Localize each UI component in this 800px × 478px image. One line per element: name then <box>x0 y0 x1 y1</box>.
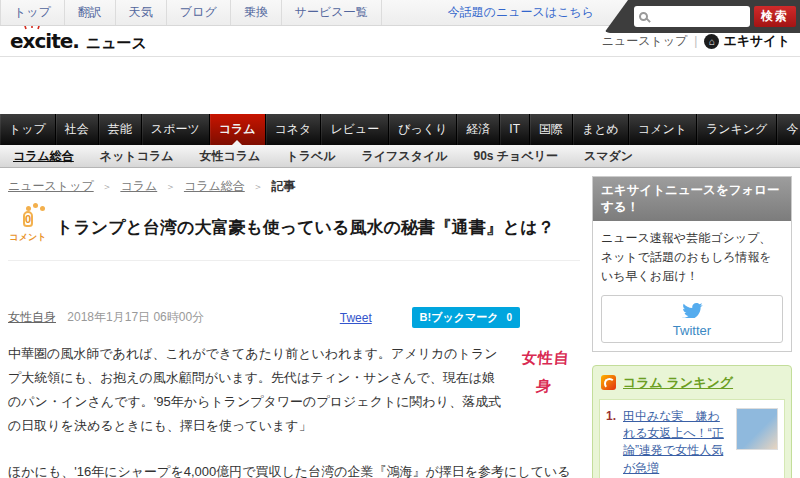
ranking-title-link[interactable]: コラム ランキング <box>623 374 733 392</box>
subnav-tab-smadan[interactable]: スマダン <box>571 145 646 167</box>
excite-news-logo[interactable]: excite. ニュース <box>10 29 147 53</box>
ranking-header: コラム ランキング <box>599 372 785 399</box>
hatena-label: B!ブックマーク <box>420 311 499 323</box>
topbar-spacer <box>382 0 448 25</box>
follow-box-body: ニュース速報や芸能ゴシップ、ネットで話題のおもしろ情報をいち早くお届け！ <box>593 221 791 287</box>
breadcrumb-separator: ＞ <box>253 181 263 192</box>
content-area: ニューストップ ＞ コラム ＞ コラム総合 ＞ 記事 0 コメント トランプと台… <box>0 168 800 478</box>
sidebar: エキサイトニュースをフォローする！ ニュース速報や芸能ゴシップ、ネットで話題のお… <box>592 176 792 478</box>
article-paragraph-1: 女性自身中華圏の風水師であれば、これができてあたり前といわれます。アメリカのトラ… <box>8 342 580 438</box>
nav-tab-comment[interactable]: コメント <box>629 114 697 145</box>
top-utility-bar: トップ 翻訳 天気 ブログ 乗換 サービス一覧 今話題のニュースはこちら 検索 <box>0 0 800 26</box>
follow-box: エキサイトニュースをフォローする！ ニュース速報や芸能ゴシップ、ネットで話題のお… <box>592 176 792 352</box>
article-byline: 女性自身 2018年1月17日 06時00分 Tweet B!ブックマーク0 <box>8 307 580 328</box>
article-title: トランプと台湾の大富豪も使っている風水の秘書『通書』とは？ <box>56 209 555 241</box>
main-column: ニューストップ ＞ コラム ＞ コラム総合 ＞ 記事 0 コメント トランプと台… <box>8 176 580 478</box>
nav-tab-koneta[interactable]: コネタ <box>266 114 322 145</box>
twitter-follow-button[interactable]: Twitter <box>601 295 783 343</box>
nav-tab-sports[interactable]: スポーツ <box>142 114 210 145</box>
nav-tab-it[interactable]: IT <box>500 114 530 145</box>
header-divider: | <box>694 34 697 48</box>
topbar-tab-weather[interactable]: 天気 <box>116 0 167 25</box>
ranking-list: 1. 田中みな実 嫌われる女返上へ！“正論”連発で女性人気が急増 2. 大橋未歩… <box>599 399 785 478</box>
article-body: 女性自身中華圏の風水師であれば、これができてあたり前といわれます。アメリカのトラ… <box>8 342 580 478</box>
breadcrumb-separator: ＞ <box>166 181 176 192</box>
follow-box-title: エキサイトニュースをフォローする！ <box>593 177 791 221</box>
nav-tab-column[interactable]: コラム <box>210 114 266 145</box>
topbar-tab-services[interactable]: サービス一覧 <box>282 0 382 25</box>
search-box: 検索 <box>604 0 800 33</box>
article-paragraph-2: ほかにも、'16年にシャープを4,000億円で買収した台湾の企業『鴻海』が擇日を… <box>8 460 580 478</box>
ranking-item-title: 田中みな実 嫌われる女返上へ！“正論”連発で女性人気が急増 <box>623 408 730 478</box>
breadcrumb-column-general[interactable]: コラム総合 <box>184 179 245 193</box>
search-button[interactable]: 検索 <box>754 6 796 27</box>
comment-badge[interactable]: 0 コメント <box>8 209 48 244</box>
nav-tab-entertainment[interactable]: 芸能 <box>99 114 142 145</box>
hatena-count: 0 <box>506 312 512 323</box>
news-top-link[interactable]: ニューストップ <box>602 33 688 50</box>
search-icon <box>639 12 648 21</box>
topbar-tab-blog[interactable]: ブログ <box>167 0 231 25</box>
breadcrumb-separator: ＞ <box>102 181 112 192</box>
hatena-bookmark-button[interactable]: B!ブックマーク0 <box>412 307 520 328</box>
nav-tab-review[interactable]: レビュー <box>321 114 389 145</box>
subnav-tab-lifestyle[interactable]: ライフスタイル <box>349 145 461 167</box>
breadcrumb-news-top[interactable]: ニューストップ <box>8 179 94 193</box>
topbar-tab-transfer[interactable]: 乗換 <box>231 0 282 25</box>
paragraph-text: 中華圏の風水師であれば、これができてあたり前といわれます。アメリカのトランプ大統… <box>8 346 501 433</box>
breadcrumb: ニューストップ ＞ コラム ＞ コラム総合 ＞ 記事 <box>8 178 580 195</box>
ad-space <box>0 57 800 114</box>
twitter-button-label: Twitter <box>602 323 782 338</box>
column-ranking-box: コラム ランキング 1. 田中みな実 嫌われる女返上へ！“正論”連発で女性人気が… <box>592 365 792 478</box>
subnav-tab-womens-column[interactable]: 女性コラム <box>187 145 274 167</box>
topbar-tab-top[interactable]: トップ <box>0 0 65 25</box>
article-title-row: 0 コメント トランプと台湾の大富豪も使っている風水の秘書『通書』とは？ <box>8 209 580 261</box>
subnav-tab-90s[interactable]: 90s チョベリー <box>460 145 570 167</box>
breadcrumb-column[interactable]: コラム <box>120 179 157 193</box>
nav-tab-world[interactable]: 国際 <box>530 114 573 145</box>
breadcrumb-current: 記事 <box>271 179 295 193</box>
logo-text: excite. <box>10 29 79 53</box>
nav-tab-top[interactable]: トップ <box>0 114 56 145</box>
nav-tab-society[interactable]: 社会 <box>56 114 99 145</box>
search-input[interactable] <box>652 8 745 26</box>
portal-link-label: エキサイト <box>723 32 790 50</box>
subnav-tab-net-column[interactable]: ネットコラム <box>87 145 187 167</box>
twitter-bird-icon <box>682 301 703 318</box>
nav-tab-matome[interactable]: まとめ <box>573 114 629 145</box>
comment-paw-icon: 0 <box>23 211 33 227</box>
nav-tab-ranking[interactable]: ランキング <box>697 114 777 145</box>
logo-news-text: ニュース <box>86 34 147 53</box>
source-link[interactable]: 女性自身 <box>8 310 56 324</box>
main-nav: トップ 社会 芸能 スポーツ コラム コネタ レビュー びっくり 経済 IT 国… <box>0 114 800 145</box>
ranking-icon <box>601 375 616 390</box>
excite-portal-link[interactable]: ⌂ エキサイト <box>704 32 790 50</box>
topbar-tab-translate[interactable]: 翻訳 <box>65 0 116 25</box>
trending-news-link[interactable]: 今話題のニュースはこちら <box>448 0 594 25</box>
home-icon: ⌂ <box>704 34 719 49</box>
ranking-item-1[interactable]: 1. 田中みな実 嫌われる女返上へ！“正論”連発で女性人気が急増 <box>600 400 784 478</box>
subnav-tab-travel[interactable]: トラベル <box>273 145 348 167</box>
comment-label: コメント <box>8 231 48 244</box>
subnav-tab-column-general[interactable]: コラム総合 <box>0 145 87 167</box>
tweet-button[interactable]: Tweet <box>340 311 372 325</box>
search-input-wrap <box>634 6 750 27</box>
nav-tab-bikkuri[interactable]: びっくり <box>389 114 457 145</box>
magazine-logo: 女性自身 <box>512 344 578 400</box>
ranking-thumbnail[interactable] <box>736 408 778 450</box>
sub-nav: コラム総合 ネットコラム 女性コラム トラベル ライフスタイル 90s チョベリ… <box>0 145 800 168</box>
rank-number: 1. <box>606 408 623 478</box>
article-date: 2018年1月17日 06時00分 <box>67 310 204 324</box>
nav-tab-todays-news[interactable]: 今日のニュース <box>777 114 800 145</box>
nav-tab-economy[interactable]: 経済 <box>457 114 500 145</box>
